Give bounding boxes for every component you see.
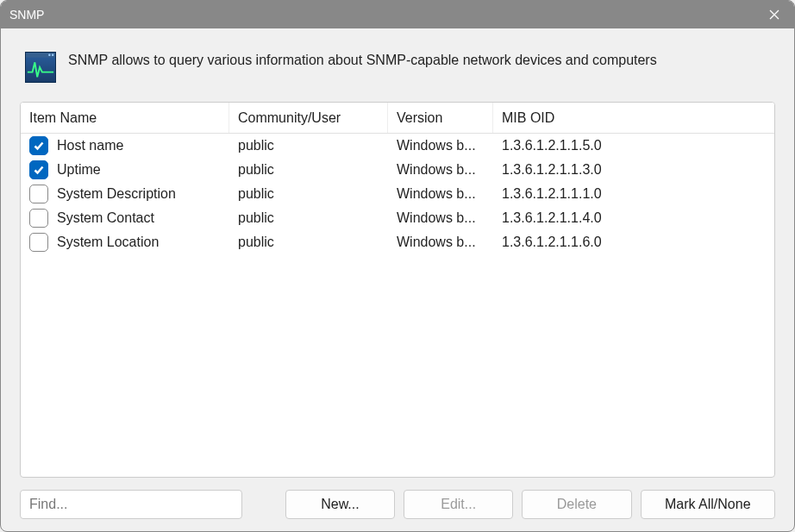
mark-all-none-button[interactable]: Mark All/None: [641, 490, 775, 519]
column-header-community[interactable]: Community/User: [229, 103, 388, 133]
cell-name: Host name: [21, 134, 229, 158]
table-header: Item Name Community/User Version MIB OID: [21, 103, 774, 134]
cell-oid: 1.3.6.1.2.1.1.3.0: [493, 158, 774, 182]
item-name-label: System Contact: [57, 210, 154, 226]
close-button[interactable]: [754, 1, 794, 28]
column-header-name[interactable]: Item Name: [21, 103, 229, 133]
cell-community: public: [229, 206, 388, 230]
checkmark-icon: [33, 164, 45, 176]
cell-oid: 1.3.6.1.2.1.1.6.0: [493, 230, 774, 254]
row-checkbox[interactable]: [29, 160, 48, 179]
item-name-label: System Location: [57, 235, 159, 250]
bottom-bar: New... Edit... Delete Mark All/None: [20, 490, 775, 519]
snmp-monitor-icon: [25, 52, 56, 83]
column-header-oid[interactable]: MIB OID: [493, 103, 774, 133]
dialog-content: SNMP allows to query various information…: [1, 28, 794, 531]
cell-name: System Location: [21, 230, 229, 254]
delete-button[interactable]: Delete: [522, 490, 631, 519]
svg-rect-2: [26, 53, 55, 58]
intro-row: SNMP allows to query various information…: [20, 44, 775, 83]
cell-oid: 1.3.6.1.2.1.1.1.0: [493, 182, 774, 206]
items-table: Item Name Community/User Version MIB OID…: [20, 102, 775, 478]
new-button[interactable]: New...: [285, 490, 395, 519]
cell-community: public: [229, 134, 388, 158]
cell-version: Windows b...: [388, 182, 493, 206]
cell-version: Windows b...: [388, 230, 493, 254]
find-input[interactable]: [20, 490, 242, 519]
item-name-label: Host name: [57, 138, 123, 153]
table-row[interactable]: System ContactpublicWindows b...1.3.6.1.…: [21, 206, 774, 230]
row-checkbox[interactable]: [29, 233, 48, 252]
snmp-dialog: SNMP SNMP allows to query vari: [0, 0, 795, 532]
item-name-label: Uptime: [57, 162, 101, 178]
column-header-version[interactable]: Version: [388, 103, 493, 133]
table-body[interactable]: Host namepublicWindows b...1.3.6.1.2.1.1…: [21, 134, 774, 477]
cell-name: System Description: [21, 182, 229, 206]
cell-version: Windows b...: [388, 158, 493, 182]
cell-name: System Contact: [21, 206, 229, 230]
cell-version: Windows b...: [388, 206, 493, 230]
row-checkbox[interactable]: [29, 209, 48, 228]
table-row[interactable]: Host namepublicWindows b...1.3.6.1.2.1.1…: [21, 134, 774, 158]
row-checkbox[interactable]: [29, 185, 48, 203]
table-row[interactable]: System LocationpublicWindows b...1.3.6.1…: [21, 230, 774, 254]
row-checkbox[interactable]: [29, 136, 48, 155]
close-icon: [769, 9, 779, 20]
svg-point-6: [48, 54, 50, 56]
cell-version: Windows b...: [388, 134, 493, 158]
cell-community: public: [229, 182, 388, 206]
cell-oid: 1.3.6.1.2.1.1.4.0: [493, 206, 774, 230]
table-row[interactable]: UptimepublicWindows b...1.3.6.1.2.1.1.3.…: [21, 158, 774, 182]
cell-oid: 1.3.6.1.2.1.1.5.0: [493, 134, 774, 158]
cell-community: public: [229, 230, 388, 254]
cell-community: public: [229, 158, 388, 182]
table-row[interactable]: System DescriptionpublicWindows b...1.3.…: [21, 182, 774, 206]
titlebar: SNMP: [1, 1, 794, 28]
cell-name: Uptime: [21, 158, 229, 182]
svg-point-7: [52, 54, 53, 56]
item-name-label: System Description: [57, 186, 176, 202]
checkmark-icon: [33, 140, 45, 152]
edit-button[interactable]: Edit...: [404, 490, 513, 519]
intro-text: SNMP allows to query various information…: [68, 49, 657, 70]
window-title: SNMP: [9, 8, 754, 22]
